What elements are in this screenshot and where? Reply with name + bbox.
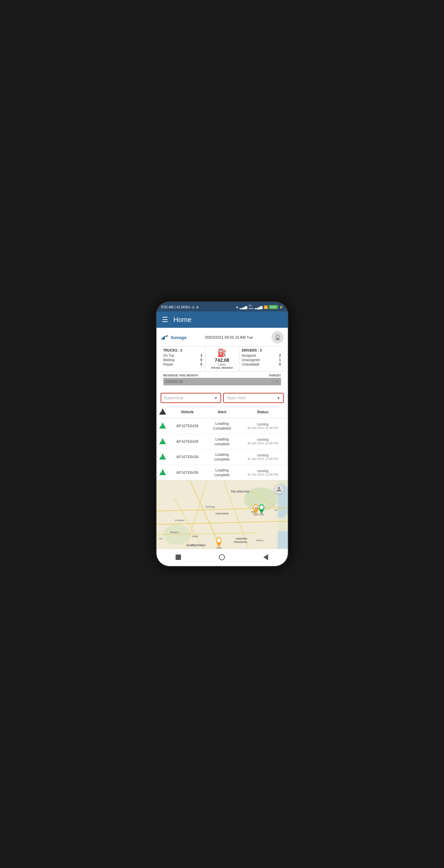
status-running: running [240,453,285,457]
revenue-label-row: REVENUE THIS MONTH TARGET [163,374,281,377]
svg-text:PRADESH: PRADESH [234,541,247,544]
svg-text:Kolhapur: Kolhapur [175,519,184,522]
repair-label: Repair [163,363,173,366]
wifi-label: VoWiFi [248,304,254,310]
fuel-liters: Liters [218,363,226,366]
svg-text:Ka: Ka [274,509,277,512]
unassigned-stat: Unassigned 1 [242,358,281,362]
unavailable-value: 0 [279,363,281,366]
unassigned-value: 1 [279,358,281,362]
green-alert-icon [159,438,166,444]
on-trip-stat: On Trip 3 [163,354,202,357]
row-icon-cell [157,465,169,480]
back-nav-button[interactable] [174,552,183,562]
revenue-value: 333556.00 [165,380,183,384]
unavailable-label: Unavailable [242,363,260,366]
recent-nav-button[interactable] [261,552,270,562]
circle-icon [219,554,225,560]
status-right: ➤ ▂▄▆ VoWiFi ▂▄▆ 📶 53% ⚡ [236,304,283,310]
alert-cell: LoadingCompleted [206,418,238,434]
alert-table-container: Vehicle Alert Status AP16TE6436 LoadingC… [157,406,288,480]
filter-row: Supervisor ▼ Open Alert ▼ [157,390,288,406]
status-running: running [240,469,285,473]
on-trip-value: 3 [200,354,202,357]
supervisor-chevron-icon: ▼ [214,396,218,400]
repair-stat: Repair 0 [163,363,202,366]
table-row: AP16TE6436 LoadingCompleted running 30 J… [157,418,288,434]
alert-cell: Loadingcomplete [206,434,238,449]
table-row: AP16TE6436 Loadingcomplete running 30 Ja… [157,434,288,449]
battery-display: 53% [269,305,278,309]
col-vehicle: Vehicle [169,406,207,418]
svg-text:KARNATAKA: KARNATAKA [187,544,206,547]
unavailable-stat: Unavailable 0 [242,363,281,366]
target-label: TARGET [268,374,281,377]
status-time: 30 Jan 2021 12:38 PM [240,473,285,476]
trucks-label: TRUCKS : 3 [163,349,202,352]
square-icon [176,554,181,560]
page-title: Home [174,316,192,324]
supervisor-placeholder: Supervisor [164,396,183,400]
table-header-row: Vehicle Alert Status [157,406,288,418]
status-bar: 9:55 AM | 42.6KB/s ◎ ⊕ ➤ ▂▄▆ VoWiFi ▂▄▆ … [157,302,288,311]
svg-text:0A: 0A [159,537,162,541]
triangle-icon [263,554,268,560]
brand-logo-icon [161,334,169,341]
phone-inner: 9:55 AM | 42.6KB/s ◎ ⊕ ➤ ▂▄▆ VoWiFi ▂▄▆ … [157,302,288,566]
vehicle-cell: AP16TE6436 [169,434,207,449]
user-avatar[interactable] [272,331,284,343]
datetime-display: 30/03/2021 09:55:19 AM Tue [205,335,253,339]
green-alert-icon [159,469,166,475]
svg-text:Nellore: Nellore [256,540,263,542]
svg-text:🚛: 🚛 [255,506,258,509]
col-icon [157,406,169,418]
repair-value: 0 [200,363,202,366]
alert-placeholder: Open Alert [227,396,246,400]
home-nav-button[interactable] [217,552,227,562]
svg-text:Hyderabad: Hyderabad [215,512,229,515]
navigation-icon: ➤ [236,305,239,309]
svg-point-43 [217,539,221,543]
svg-point-5 [163,525,190,545]
vehicle-cell: AP16TE6436 [169,449,207,465]
status-running: running [240,438,285,441]
fuel-stats: ⛽ 742.08 Liters DIESEL NEEDED [205,347,239,371]
status-time: 30 Jan 2021 12:38 PM [240,426,285,430]
assigned-label: Assigned [242,354,256,357]
phone-frame: 9:55 AM | 42.6KB/s ◎ ⊕ ➤ ▂▄▆ VoWiFi ▂▄▆ … [156,301,289,567]
status-cell: running 30 Jan 2021 12:38 PM [238,465,287,480]
status-cell: running 30 Jan 2021 12:38 PM [238,449,287,465]
alert-cell: Loadingcomplete [206,465,238,480]
svg-point-41 [259,505,263,510]
row-icon-cell [157,434,169,449]
fuel-needed: DIESEL NEEDED [211,366,233,369]
bolt-icon: ⚡ [279,305,283,309]
fuel-amount: 742.08 [215,357,229,363]
status-cell: running 30 Jan 2021 12:38 PM [238,418,287,434]
alert-header-icon [159,408,166,415]
stats-row: TRUCKS : 3 On Trip 3 Waiting 0 Repair 0 [161,346,284,371]
table-row: AP16TE6436 Loadingcomplete running 30 Ja… [157,449,288,465]
alert-table: Vehicle Alert Status AP16TE6436 LoadingC… [157,406,288,480]
status-running: running [240,422,285,426]
green-alert-icon [159,422,166,429]
map-user-icon[interactable] [274,484,284,494]
map-container[interactable]: TELANGANA Kolhapur Gulbarga Hyderabad Vi… [157,480,288,549]
row-icon-cell [157,449,169,465]
revenue-bar: 333556.00 0.00 [163,378,281,385]
assigned-stat: Assigned 2 [242,354,281,357]
green-alert-icon [159,453,166,460]
vehicle-cell: AP16TE6436 [169,418,207,434]
svg-text:TELANGANA: TELANGANA [230,490,249,493]
hamburger-menu[interactable]: ☰ [162,316,168,324]
map-svg: TELANGANA Kolhapur Gulbarga Hyderabad Vi… [157,480,288,549]
alert-chevron-icon: ▼ [277,396,280,400]
drivers-label: DRIVERS : 3 [242,349,281,352]
svg-text:Belgaum: Belgaum [170,531,179,534]
col-alert: Alert [206,406,238,418]
waiting-stat: Waiting 0 [163,358,202,362]
alert-dropdown[interactable]: Open Alert ▼ [223,393,284,403]
svg-text:Gulbarga: Gulbarga [205,506,215,509]
supervisor-dropdown[interactable]: Supervisor ▼ [161,393,221,403]
location-icon: ◎ [192,305,195,309]
